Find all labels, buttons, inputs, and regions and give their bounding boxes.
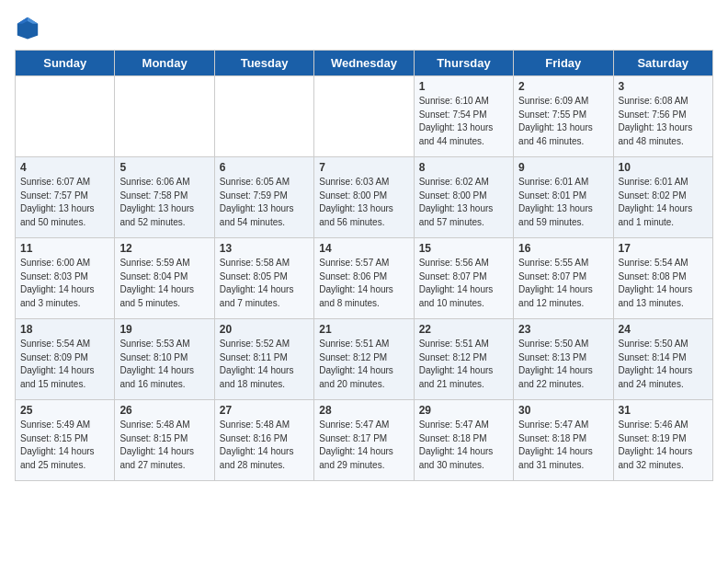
day-number: 27 — [220, 404, 309, 417]
calendar-cell: 15Sunrise: 5:56 AM Sunset: 8:07 PM Dayli… — [414, 238, 513, 319]
cell-daylight-info: Sunrise: 5:50 AM Sunset: 8:14 PM Dayligh… — [619, 338, 708, 391]
calendar-cell: 26Sunrise: 5:48 AM Sunset: 8:15 PM Dayli… — [115, 400, 214, 481]
calendar-table: SundayMondayTuesdayWednesdayThursdayFrid… — [15, 50, 713, 481]
logo — [15, 15, 44, 40]
calendar-cell: 4Sunrise: 6:07 AM Sunset: 7:57 PM Daylig… — [16, 157, 115, 238]
calendar-cell — [314, 76, 414, 157]
week-row-3: 11Sunrise: 6:00 AM Sunset: 8:03 PM Dayli… — [16, 238, 713, 319]
calendar-cell: 19Sunrise: 5:53 AM Sunset: 8:10 PM Dayli… — [115, 319, 214, 400]
logo-icon — [15, 15, 40, 40]
day-number: 23 — [518, 323, 608, 336]
calendar-cell: 2Sunrise: 6:09 AM Sunset: 7:55 PM Daylig… — [514, 76, 613, 157]
calendar-cell: 27Sunrise: 5:48 AM Sunset: 8:16 PM Dayli… — [214, 400, 313, 481]
day-number: 14 — [319, 242, 408, 255]
day-number: 5 — [119, 161, 209, 174]
calendar-cell: 30Sunrise: 5:47 AM Sunset: 8:18 PM Dayli… — [514, 400, 613, 481]
calendar-cell: 14Sunrise: 5:57 AM Sunset: 8:06 PM Dayli… — [314, 238, 414, 319]
day-number: 31 — [619, 404, 708, 417]
calendar-cell — [115, 76, 214, 157]
day-number: 1 — [419, 80, 508, 93]
day-number: 15 — [419, 242, 508, 255]
cell-daylight-info: Sunrise: 6:01 AM Sunset: 8:01 PM Dayligh… — [518, 176, 608, 229]
header-row: SundayMondayTuesdayWednesdayThursdayFrid… — [16, 51, 713, 76]
day-number: 7 — [319, 161, 408, 174]
calendar-cell: 17Sunrise: 5:54 AM Sunset: 8:08 PM Dayli… — [613, 238, 712, 319]
cell-daylight-info: Sunrise: 5:51 AM Sunset: 8:12 PM Dayligh… — [319, 338, 408, 391]
header-monday: Monday — [115, 51, 214, 76]
calendar-cell: 9Sunrise: 6:01 AM Sunset: 8:01 PM Daylig… — [514, 157, 613, 238]
day-number: 8 — [419, 161, 508, 174]
week-row-1: 1Sunrise: 6:10 AM Sunset: 7:54 PM Daylig… — [16, 76, 713, 157]
calendar-cell: 21Sunrise: 5:51 AM Sunset: 8:12 PM Dayli… — [314, 319, 414, 400]
cell-daylight-info: Sunrise: 5:47 AM Sunset: 8:17 PM Dayligh… — [319, 419, 408, 472]
day-number: 29 — [419, 404, 508, 417]
day-number: 6 — [220, 161, 309, 174]
day-number: 19 — [119, 323, 209, 336]
day-number: 18 — [20, 323, 109, 336]
calendar-cell: 31Sunrise: 5:46 AM Sunset: 8:19 PM Dayli… — [613, 400, 712, 481]
cell-daylight-info: Sunrise: 5:54 AM Sunset: 8:09 PM Dayligh… — [20, 338, 109, 391]
calendar-cell: 10Sunrise: 6:01 AM Sunset: 8:02 PM Dayli… — [613, 157, 712, 238]
cell-daylight-info: Sunrise: 5:56 AM Sunset: 8:07 PM Dayligh… — [419, 257, 508, 310]
cell-daylight-info: Sunrise: 5:47 AM Sunset: 8:18 PM Dayligh… — [518, 419, 608, 472]
cell-daylight-info: Sunrise: 6:00 AM Sunset: 8:03 PM Dayligh… — [20, 257, 109, 310]
calendar-cell: 1Sunrise: 6:10 AM Sunset: 7:54 PM Daylig… — [414, 76, 513, 157]
page-header — [15, 15, 713, 40]
day-number: 16 — [518, 242, 608, 255]
calendar-cell — [214, 76, 313, 157]
calendar-cell: 25Sunrise: 5:49 AM Sunset: 8:15 PM Dayli… — [16, 400, 115, 481]
day-number: 9 — [518, 161, 608, 174]
day-number: 22 — [419, 323, 508, 336]
week-row-5: 25Sunrise: 5:49 AM Sunset: 8:15 PM Dayli… — [16, 400, 713, 481]
day-number: 4 — [20, 161, 109, 174]
calendar-cell: 20Sunrise: 5:52 AM Sunset: 8:11 PM Dayli… — [214, 319, 313, 400]
day-number: 24 — [619, 323, 708, 336]
day-number: 30 — [518, 404, 608, 417]
cell-daylight-info: Sunrise: 5:53 AM Sunset: 8:10 PM Dayligh… — [119, 338, 209, 391]
header-thursday: Thursday — [414, 51, 513, 76]
calendar-cell: 7Sunrise: 6:03 AM Sunset: 8:00 PM Daylig… — [314, 157, 414, 238]
cell-daylight-info: Sunrise: 6:06 AM Sunset: 7:58 PM Dayligh… — [119, 176, 209, 229]
calendar-cell: 12Sunrise: 5:59 AM Sunset: 8:04 PM Dayli… — [115, 238, 214, 319]
calendar-cell: 22Sunrise: 5:51 AM Sunset: 8:12 PM Dayli… — [414, 319, 513, 400]
calendar-cell — [16, 76, 115, 157]
day-number: 3 — [619, 80, 708, 93]
calendar-cell: 5Sunrise: 6:06 AM Sunset: 7:58 PM Daylig… — [115, 157, 214, 238]
calendar-cell: 18Sunrise: 5:54 AM Sunset: 8:09 PM Dayli… — [16, 319, 115, 400]
cell-daylight-info: Sunrise: 5:48 AM Sunset: 8:16 PM Dayligh… — [220, 419, 309, 472]
week-row-2: 4Sunrise: 6:07 AM Sunset: 7:57 PM Daylig… — [16, 157, 713, 238]
cell-daylight-info: Sunrise: 5:59 AM Sunset: 8:04 PM Dayligh… — [119, 257, 209, 310]
cell-daylight-info: Sunrise: 6:07 AM Sunset: 7:57 PM Dayligh… — [20, 176, 109, 229]
day-number: 10 — [619, 161, 708, 174]
cell-daylight-info: Sunrise: 6:09 AM Sunset: 7:55 PM Dayligh… — [518, 95, 608, 148]
calendar-cell: 6Sunrise: 6:05 AM Sunset: 7:59 PM Daylig… — [214, 157, 313, 238]
cell-daylight-info: Sunrise: 5:55 AM Sunset: 8:07 PM Dayligh… — [518, 257, 608, 310]
calendar-cell: 23Sunrise: 5:50 AM Sunset: 8:13 PM Dayli… — [514, 319, 613, 400]
header-saturday: Saturday — [613, 51, 712, 76]
cell-daylight-info: Sunrise: 6:10 AM Sunset: 7:54 PM Dayligh… — [419, 95, 508, 148]
day-number: 20 — [220, 323, 309, 336]
cell-daylight-info: Sunrise: 5:48 AM Sunset: 8:15 PM Dayligh… — [119, 419, 209, 472]
cell-daylight-info: Sunrise: 5:47 AM Sunset: 8:18 PM Dayligh… — [419, 419, 508, 472]
header-friday: Friday — [514, 51, 613, 76]
calendar-cell: 28Sunrise: 5:47 AM Sunset: 8:17 PM Dayli… — [314, 400, 414, 481]
cell-daylight-info: Sunrise: 5:49 AM Sunset: 8:15 PM Dayligh… — [20, 419, 109, 472]
header-wednesday: Wednesday — [314, 51, 414, 76]
calendar-cell: 3Sunrise: 6:08 AM Sunset: 7:56 PM Daylig… — [613, 76, 712, 157]
header-sunday: Sunday — [16, 51, 115, 76]
week-row-4: 18Sunrise: 5:54 AM Sunset: 8:09 PM Dayli… — [16, 319, 713, 400]
day-number: 13 — [220, 242, 309, 255]
cell-daylight-info: Sunrise: 6:08 AM Sunset: 7:56 PM Dayligh… — [619, 95, 708, 148]
calendar-cell: 13Sunrise: 5:58 AM Sunset: 8:05 PM Dayli… — [214, 238, 313, 319]
cell-daylight-info: Sunrise: 6:01 AM Sunset: 8:02 PM Dayligh… — [619, 176, 708, 229]
day-number: 12 — [119, 242, 209, 255]
cell-daylight-info: Sunrise: 5:57 AM Sunset: 8:06 PM Dayligh… — [319, 257, 408, 310]
calendar-cell: 24Sunrise: 5:50 AM Sunset: 8:14 PM Dayli… — [613, 319, 712, 400]
cell-daylight-info: Sunrise: 5:52 AM Sunset: 8:11 PM Dayligh… — [220, 338, 309, 391]
calendar-body: 1Sunrise: 6:10 AM Sunset: 7:54 PM Daylig… — [16, 76, 713, 481]
cell-daylight-info: Sunrise: 5:54 AM Sunset: 8:08 PM Dayligh… — [619, 257, 708, 310]
day-number: 11 — [20, 242, 109, 255]
cell-daylight-info: Sunrise: 5:51 AM Sunset: 8:12 PM Dayligh… — [419, 338, 508, 391]
cell-daylight-info: Sunrise: 5:58 AM Sunset: 8:05 PM Dayligh… — [220, 257, 309, 310]
calendar-cell: 16Sunrise: 5:55 AM Sunset: 8:07 PM Dayli… — [514, 238, 613, 319]
